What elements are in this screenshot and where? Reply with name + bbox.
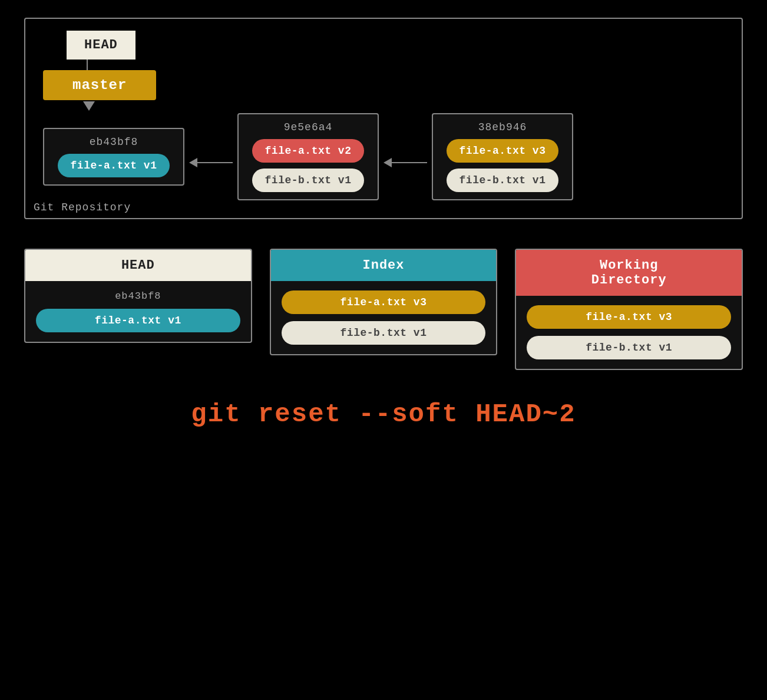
pill-file-a-v2: file-a.txt v2: [252, 139, 365, 163]
index-panel: Index file-a.txt v3 file-b.txt v1: [270, 249, 498, 355]
wd-pill-file-a-v3: file-a.txt v3: [527, 305, 731, 329]
head-panel-hash: eb43bf8: [36, 290, 240, 302]
commit-38eb946: 38eb946 file-a.txt v3 file-b.txt v1: [432, 113, 573, 200]
commit-9e5e6a4: 9e5e6a4 file-a.txt v2 file-b.txt v1: [237, 113, 379, 200]
bottom-section: HEAD eb43bf8 file-a.txt v1 Index file-a.…: [24, 249, 743, 370]
arrow-shaft-1: [197, 162, 233, 163]
working-dir-panel-header: Working Directory: [516, 250, 742, 296]
head-panel-header: HEAD: [25, 250, 251, 281]
arrow-commit3-to-2: [384, 158, 427, 167]
commits-row: eb43bf8 file-a.txt v1 9e5e6a4 file-a.txt…: [43, 113, 724, 200]
head-label-top: HEAD: [67, 31, 135, 60]
git-repo-box: HEAD master eb43bf8 file-a.txt v1 9e5e6a…: [24, 18, 743, 219]
arrowhead-1: [189, 158, 197, 167]
pill-file-b-v1-c3: file-b.txt v1: [447, 169, 559, 192]
arrow-left-1: [189, 158, 233, 167]
commit-hash-3: 38eb946: [478, 121, 527, 133]
head-panel: HEAD eb43bf8 file-a.txt v1: [24, 249, 252, 343]
commit-hash-2: 9e5e6a4: [284, 121, 333, 133]
working-dir-panel-body: file-a.txt v3 file-b.txt v1: [516, 296, 742, 369]
head-to-master-line: [87, 60, 88, 70]
index-panel-header: Index: [271, 250, 497, 281]
index-pill-file-b-v1: file-b.txt v1: [282, 321, 486, 345]
wd-pill-file-b-v1: file-b.txt v1: [527, 336, 731, 359]
arrow-left-2: [384, 158, 427, 167]
master-to-commit-arrow: [83, 101, 95, 111]
pill-file-b-v1-c2: file-b.txt v1: [252, 169, 365, 192]
head-panel-body: eb43bf8 file-a.txt v1: [25, 281, 251, 342]
git-repo-label: Git Repository: [34, 202, 131, 213]
arrow-commit2-to-1: [189, 158, 233, 167]
index-pill-file-a-v3: file-a.txt v3: [282, 290, 486, 314]
arrow-shaft-2: [392, 162, 427, 163]
index-panel-body: file-a.txt v3 file-b.txt v1: [271, 281, 497, 354]
head-pill-file-a-v1: file-a.txt v1: [36, 309, 240, 332]
commit-hash-1: eb43bf8: [90, 136, 138, 148]
working-dir-panel: Working Directory file-a.txt v3 file-b.t…: [515, 249, 743, 370]
head-master-stack: HEAD master: [43, 31, 724, 111]
git-command: git reset --soft HEAD~2: [191, 399, 576, 429]
arrowhead-2: [384, 158, 392, 167]
pill-file-a-v3-top: file-a.txt v3: [447, 139, 559, 163]
pill-file-a-v1-top: file-a.txt v1: [58, 154, 170, 177]
master-label: master: [43, 70, 156, 100]
commit-eb43bf8: eb43bf8 file-a.txt v1: [43, 128, 184, 186]
